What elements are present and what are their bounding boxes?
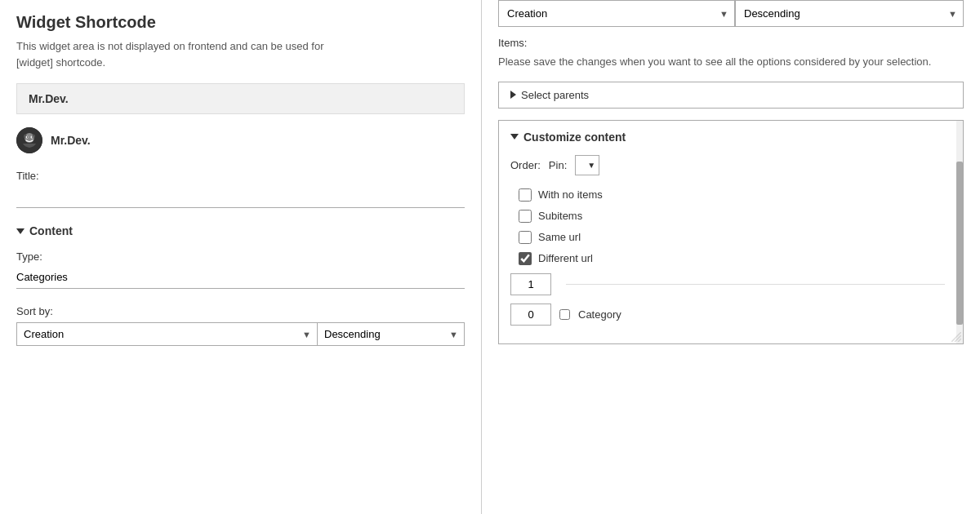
top-sort-order-select[interactable]: Descending Ascending	[735, 0, 964, 27]
save-note: Please save the changes when you want to…	[498, 54, 964, 70]
widget-title: Widget Shortcode	[16, 13, 465, 32]
checkbox-row-same-url: Same url	[519, 231, 951, 244]
svg-point-6	[27, 136, 28, 137]
content-collapse-icon	[16, 228, 24, 234]
pin-select[interactable]	[575, 155, 599, 175]
customize-content-header: Customize content	[510, 131, 951, 144]
no-items-label: With no items	[538, 188, 603, 201]
checkbox-row-different-url: Different url	[519, 252, 951, 265]
order-label: Order:	[510, 159, 541, 171]
type-label: Type:	[16, 250, 465, 263]
no-items-checkbox[interactable]	[519, 188, 532, 202]
number-row-2: Category	[510, 304, 951, 326]
subitems-label: Subitems	[538, 210, 582, 222]
number-row-1	[510, 273, 951, 295]
svg-point-7	[32, 136, 33, 137]
type-select[interactable]: Categories	[16, 266, 465, 289]
select-parents-button[interactable]: Select parents	[498, 82, 964, 109]
items-label: Items:	[498, 37, 964, 49]
top-dropdowns: Creation Name Date ▼ Descending Ascendin…	[498, 0, 964, 27]
different-url-checkbox[interactable]	[519, 252, 532, 265]
left-panel: Widget Shortcode This widget area is not…	[0, 0, 482, 514]
sort-order-select[interactable]: Descending Ascending	[318, 322, 465, 346]
scrollbar-thumb[interactable]	[956, 162, 963, 325]
title-label: Title:	[16, 170, 465, 182]
scrollbar-track	[956, 121, 963, 343]
sort-by-select[interactable]: Creation Name Date Order	[16, 322, 318, 346]
widget-description: This widget area is not displayed on fro…	[16, 38, 465, 70]
same-url-checkbox[interactable]	[519, 231, 532, 244]
select-parents-label: Select parents	[521, 89, 589, 101]
content-section-header: Content	[16, 224, 465, 237]
svg-line-10	[958, 339, 961, 342]
mr-dev-bar: Mr.Dev.	[16, 83, 465, 114]
sort-controls: Creation Name Date Order ▼ Descending As…	[16, 322, 465, 346]
checkbox-row-subitems: Subitems	[519, 210, 951, 223]
same-url-label: Same url	[538, 231, 581, 243]
title-input[interactable]	[16, 185, 465, 208]
number-inputs-area: Category	[510, 273, 951, 326]
different-url-label: Different url	[538, 252, 593, 264]
right-panel: Creation Name Date ▼ Descending Ascendin…	[482, 0, 980, 514]
checkbox-row-no-items: With no items	[519, 188, 951, 202]
subitems-checkbox[interactable]	[519, 210, 532, 223]
order-row: Order: Pin: ▼	[510, 155, 951, 175]
number-input-1[interactable]	[510, 273, 551, 295]
checkboxes-area: With no items Subitems Same url Differen…	[519, 188, 951, 265]
top-sort-by-select[interactable]: Creation Name Date	[498, 0, 735, 27]
sort-by-label: Sort by:	[16, 305, 465, 317]
user-row: Mr.Dev.	[16, 127, 465, 153]
user-name-label: Mr.Dev.	[51, 134, 91, 147]
customize-collapse-icon	[510, 134, 519, 140]
category-label: Category	[578, 308, 621, 321]
category-checkbox[interactable]	[559, 309, 570, 320]
customize-content-box: Customize content Order: Pin: ▼ With no …	[498, 120, 964, 344]
resize-handle-icon[interactable]	[951, 332, 961, 342]
pin-label: Pin:	[549, 159, 567, 171]
avatar	[16, 127, 42, 153]
select-parents-expand-icon	[510, 91, 516, 99]
svg-line-9	[955, 335, 961, 342]
pin-dropdown-wrapper: ▼	[575, 155, 599, 175]
number-input-2[interactable]	[510, 304, 551, 326]
